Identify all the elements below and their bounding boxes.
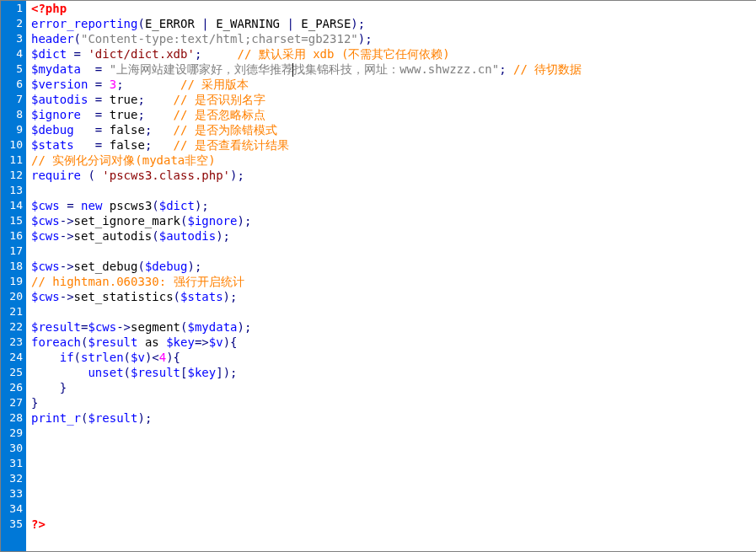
line-number: 18 — [1, 259, 23, 274]
code-token: $version — [31, 78, 95, 91]
code-token: // 采用版本 — [180, 78, 249, 91]
code-token: )< — [145, 351, 159, 364]
line-number: 31 — [1, 456, 23, 471]
line-number: 13 — [1, 183, 23, 198]
code-line[interactable] — [31, 486, 756, 501]
code-line[interactable]: $result=$cws->segment($mydata); — [31, 319, 756, 335]
code-line[interactable]: foreach($result as $key=>$v){ — [31, 335, 756, 350]
code-line[interactable]: $cws->set_debug($debug); — [31, 259, 756, 274]
code-line[interactable]: } — [31, 395, 756, 410]
code-line[interactable]: $dict = 'dict/dict.xdb'; // 默认采用 xdb (不需… — [31, 46, 756, 62]
code-line[interactable] — [31, 304, 756, 319]
code-token: ( — [152, 199, 158, 212]
code-line[interactable]: // hightman.060330: 强行开启统计 — [31, 274, 756, 289]
line-number: 14 — [1, 198, 23, 213]
line-number: 11 — [1, 153, 23, 168]
code-token: ; — [137, 93, 144, 106]
code-line[interactable] — [31, 183, 756, 198]
code-token: $cws — [31, 199, 67, 212]
code-token — [145, 93, 174, 106]
code-line[interactable] — [31, 501, 756, 517]
code-token: $cws — [31, 229, 60, 243]
code-token: ( — [137, 260, 144, 273]
line-number: 19 — [1, 274, 23, 289]
code-token: } — [31, 396, 38, 410]
line-number: 28 — [1, 410, 23, 426]
code-token: ){ — [223, 335, 238, 349]
code-area[interactable]: <?phperror_reporting(E_ERROR | E_WARNING… — [26, 1, 756, 551]
code-editor[interactable]: 1234567891011121314151617181920212223242… — [0, 0, 756, 552]
code-line[interactable]: } — [31, 380, 756, 395]
code-token: $cws — [31, 260, 60, 273]
code-line[interactable] — [31, 426, 756, 441]
code-token: $mydata — [187, 320, 237, 334]
code-token: $cws — [31, 214, 60, 228]
code-token: ]); — [216, 366, 237, 379]
code-token: E_ERROR — [145, 17, 201, 30]
code-token: $cws — [88, 320, 116, 334]
code-line[interactable]: unset($result[$key]); — [31, 365, 756, 380]
code-token: ; — [499, 62, 506, 76]
code-token: = — [74, 47, 81, 61]
code-token: => — [195, 335, 209, 349]
code-token — [31, 381, 60, 394]
line-number: 23 — [1, 335, 23, 350]
code-token — [507, 62, 513, 76]
code-token: // hightman.060330: 强行开启统计 — [31, 275, 244, 288]
line-number: 9 — [1, 122, 23, 137]
line-number: 15 — [1, 213, 23, 228]
code-token: $debug — [145, 260, 188, 273]
code-line[interactable]: $cws->set_autodis($autodis); — [31, 228, 756, 244]
code-line[interactable]: require ( 'pscws3.class.php'); — [31, 168, 756, 183]
code-token: -> — [60, 214, 74, 228]
code-line[interactable]: $stats = false; // 是否查看统计结果 — [31, 137, 756, 153]
code-token: $v — [209, 335, 223, 349]
line-number: 25 — [1, 365, 23, 380]
code-token: $stats — [31, 138, 95, 152]
code-line[interactable]: ?> — [31, 517, 756, 532]
code-token: $autodis — [159, 229, 216, 243]
code-line[interactable]: $version = 3; // 采用版本 — [31, 77, 756, 92]
code-line[interactable] — [31, 244, 756, 259]
code-token — [31, 366, 88, 379]
code-token: set_debug — [74, 260, 138, 273]
code-token: $key — [187, 366, 216, 379]
code-token: set_ignore_mark — [74, 214, 180, 228]
code-token: } — [60, 381, 67, 394]
code-token: -> — [60, 290, 74, 303]
code-token: $v — [131, 351, 145, 364]
code-line[interactable]: $cws->set_statistics($stats); — [31, 289, 756, 304]
code-token: ( — [152, 229, 158, 243]
code-token: foreach — [31, 335, 81, 349]
code-token: <?php — [31, 2, 67, 15]
code-token: true — [102, 93, 137, 106]
line-number: 21 — [1, 304, 23, 319]
code-line[interactable]: $debug = false; // 是否为除错模式 — [31, 122, 756, 137]
code-line[interactable] — [31, 441, 756, 456]
code-token: new — [74, 199, 110, 212]
code-line[interactable]: $autodis = true; // 是否识别名字 — [31, 92, 756, 107]
code-token: -> — [60, 260, 74, 273]
line-number: 24 — [1, 350, 23, 365]
code-token: ); — [216, 229, 230, 243]
code-line[interactable]: error_reporting(E_ERROR | E_WARNING | E_… — [31, 16, 756, 31]
code-line[interactable]: $ignore = true; // 是否忽略标点 — [31, 107, 756, 122]
code-line[interactable]: header("Content-type:text/html;charset=g… — [31, 31, 756, 46]
code-token — [152, 138, 173, 152]
code-line[interactable] — [31, 471, 756, 486]
code-line[interactable]: if(strlen($v)<4){ — [31, 350, 756, 365]
code-token: // 是否识别名字 — [174, 93, 265, 106]
code-line[interactable]: <?php — [31, 1, 756, 16]
code-token: 'pscws3.class.php' — [95, 169, 230, 182]
code-line[interactable]: $cws->set_ignore_mark($ignore); — [31, 213, 756, 228]
code-line[interactable]: // 实例化分词对像(mydata非空) — [31, 153, 756, 168]
code-line[interactable]: $mydata = "上海网站建设哪家好，刘德华推荐找集锦科技，网址：www.s… — [31, 62, 756, 77]
code-token: ; — [137, 108, 144, 121]
code-line[interactable]: $cws = new pscws3($dict); — [31, 198, 756, 213]
line-number: 33 — [1, 486, 23, 501]
line-number: 4 — [1, 46, 23, 62]
code-line[interactable]: print_r($result); — [31, 410, 756, 426]
code-line[interactable] — [31, 456, 756, 471]
line-number: 27 — [1, 395, 23, 410]
code-token: ); — [351, 17, 365, 30]
